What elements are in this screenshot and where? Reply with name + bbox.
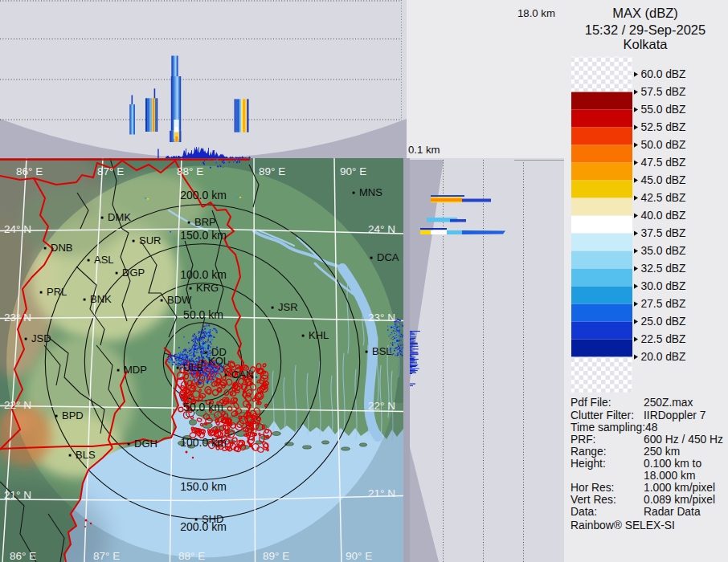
svg-text:21° N: 21° N bbox=[4, 489, 31, 501]
svg-text:DMK: DMK bbox=[108, 211, 131, 223]
svg-text:90° E: 90° E bbox=[346, 550, 372, 562]
svg-text:KRG: KRG bbox=[196, 282, 219, 294]
svg-text:88° E: 88° E bbox=[178, 550, 205, 562]
svg-text:200.0 km: 200.0 km bbox=[180, 520, 227, 533]
svg-text:52.5 dBZ: 52.5 dBZ bbox=[641, 121, 686, 133]
svg-text:24° N: 24° N bbox=[4, 223, 31, 235]
svg-text:DGP: DGP bbox=[122, 267, 145, 279]
svg-text:50.0 dBZ: 50.0 dBZ bbox=[641, 139, 686, 151]
svg-text:42.5 dBZ: 42.5 dBZ bbox=[641, 192, 686, 204]
svg-text:250Z.max: 250Z.max bbox=[644, 397, 693, 409]
svg-text:Rainbow® SELEX-SI: Rainbow® SELEX-SI bbox=[571, 519, 675, 531]
svg-text:PRL: PRL bbox=[47, 286, 67, 298]
svg-text:22° N: 22° N bbox=[4, 399, 31, 411]
svg-text:BPD: BPD bbox=[62, 409, 84, 422]
svg-text:Kolkata: Kolkata bbox=[623, 37, 668, 51]
svg-text:ULB: ULB bbox=[183, 361, 203, 373]
svg-text:ASL: ASL bbox=[94, 254, 114, 266]
svg-text:27.5 dBZ: 27.5 dBZ bbox=[641, 298, 686, 310]
svg-text:22° N: 22° N bbox=[368, 400, 395, 412]
svg-text:Data:: Data: bbox=[571, 506, 597, 518]
svg-text:89° E: 89° E bbox=[259, 165, 285, 177]
svg-text:25.0 dBZ: 25.0 dBZ bbox=[641, 316, 686, 328]
svg-text:20.0 dBZ: 20.0 dBZ bbox=[641, 351, 686, 363]
svg-text:150.0 km: 150.0 km bbox=[180, 229, 227, 242]
svg-text:23° N: 23° N bbox=[4, 312, 31, 324]
svg-text:50.0 km: 50.0 km bbox=[183, 401, 223, 413]
svg-text:100.0 km: 100.0 km bbox=[180, 268, 227, 281]
svg-text:47.5 dBZ: 47.5 dBZ bbox=[641, 157, 686, 169]
svg-text:JSD: JSD bbox=[31, 332, 51, 344]
svg-text:MDP: MDP bbox=[124, 364, 147, 376]
svg-text:60.0 dBZ: 60.0 dBZ bbox=[641, 68, 686, 80]
svg-text:50.0 km: 50.0 km bbox=[183, 308, 223, 321]
svg-text:BSL: BSL bbox=[372, 345, 392, 357]
svg-text:BRP: BRP bbox=[194, 216, 216, 228]
svg-text:35.0 dBZ: 35.0 dBZ bbox=[641, 245, 686, 257]
svg-text:200.0 km: 200.0 km bbox=[180, 189, 227, 202]
svg-text:KHL: KHL bbox=[309, 329, 329, 341]
svg-text:24° N: 24° N bbox=[368, 223, 395, 235]
svg-text:CAN: CAN bbox=[231, 369, 253, 381]
svg-text:Height:: Height: bbox=[571, 458, 606, 470]
svg-text:Hor Res:: Hor Res: bbox=[571, 482, 614, 494]
svg-text:86° E: 86° E bbox=[10, 550, 36, 562]
svg-text:37.5 dBZ: 37.5 dBZ bbox=[641, 227, 686, 239]
svg-text:Clutter Filter:: Clutter Filter: bbox=[571, 409, 634, 422]
svg-text:88° E: 88° E bbox=[177, 165, 203, 177]
svg-text:32.5 dBZ: 32.5 dBZ bbox=[641, 263, 686, 275]
svg-text:15:32 / 29-Sep-2025: 15:32 / 29-Sep-2025 bbox=[585, 22, 706, 37]
svg-text:DGH: DGH bbox=[134, 438, 157, 450]
svg-text:BNK: BNK bbox=[90, 293, 112, 305]
svg-text:MAX (dBZ): MAX (dBZ) bbox=[612, 6, 678, 20]
svg-text:21° N: 21° N bbox=[368, 487, 395, 499]
svg-text:SUR: SUR bbox=[139, 234, 161, 246]
svg-text:100.0 km: 100.0 km bbox=[180, 436, 227, 449]
svg-text:23° N: 23° N bbox=[368, 312, 395, 324]
svg-text:45.0 dBZ: 45.0 dBZ bbox=[641, 174, 686, 186]
svg-text:JSR: JSR bbox=[278, 301, 298, 313]
svg-text:18.000 km: 18.000 km bbox=[644, 470, 695, 482]
svg-text:55.0 dBZ: 55.0 dBZ bbox=[641, 104, 686, 116]
svg-text:MNS: MNS bbox=[359, 186, 382, 198]
svg-text:150.0 km: 150.0 km bbox=[180, 480, 227, 493]
svg-text:87° E: 87° E bbox=[93, 550, 120, 562]
svg-text:BLS: BLS bbox=[76, 449, 96, 461]
svg-text:Pdf File:: Pdf File: bbox=[571, 397, 611, 409]
svg-text:18.0 km: 18.0 km bbox=[517, 7, 555, 19]
svg-text:Radar Data: Radar Data bbox=[644, 506, 701, 518]
svg-text:DNB: DNB bbox=[51, 242, 72, 254]
svg-text:0.1 km: 0.1 km bbox=[408, 144, 440, 156]
svg-text:89° E: 89° E bbox=[263, 550, 289, 562]
svg-text:Range:: Range: bbox=[571, 446, 607, 458]
svg-text:87° E: 87° E bbox=[97, 165, 124, 177]
svg-text:1.000 km/pixel: 1.000 km/pixel bbox=[644, 482, 715, 494]
svg-text:250 km: 250 km bbox=[644, 446, 680, 458]
svg-text:IIRDoppler 7: IIRDoppler 7 bbox=[644, 409, 706, 422]
svg-text:600 Hz / 450 Hz: 600 Hz / 450 Hz bbox=[644, 434, 723, 446]
svg-text:Vert Res:: Vert Res: bbox=[571, 494, 616, 506]
svg-text:30.0 dBZ: 30.0 dBZ bbox=[641, 280, 686, 292]
svg-text:PRF:: PRF: bbox=[571, 434, 595, 446]
svg-text:BDW: BDW bbox=[167, 294, 192, 306]
svg-text:0.100 km to: 0.100 km to bbox=[644, 458, 701, 470]
svg-text:57.5 dBZ: 57.5 dBZ bbox=[641, 86, 686, 98]
svg-text:90° E: 90° E bbox=[340, 165, 366, 177]
svg-text:40.0 dBZ: 40.0 dBZ bbox=[641, 210, 686, 222]
svg-text:86° E: 86° E bbox=[16, 165, 43, 177]
svg-text:Time sampling:48: Time sampling:48 bbox=[571, 422, 658, 434]
svg-text:22.5 dBZ: 22.5 dBZ bbox=[641, 333, 686, 345]
svg-text:DCA: DCA bbox=[377, 251, 399, 263]
svg-text:0.089 km/pixel: 0.089 km/pixel bbox=[644, 494, 715, 506]
svg-text:KOL: KOL bbox=[208, 355, 229, 367]
